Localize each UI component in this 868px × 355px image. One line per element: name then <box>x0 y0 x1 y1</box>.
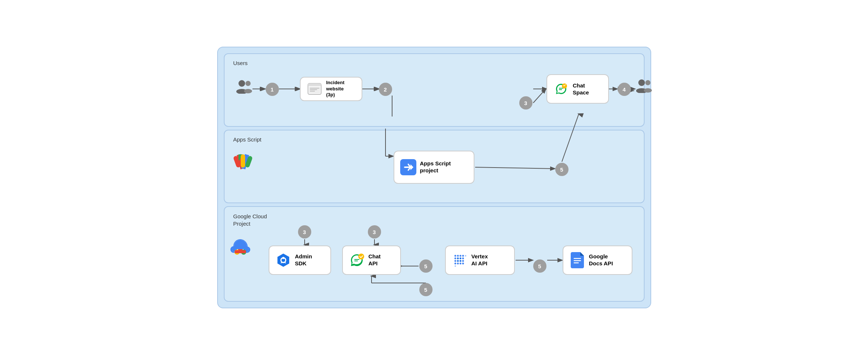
svg-rect-16 <box>310 91 315 92</box>
svg-point-21 <box>645 80 650 85</box>
svg-point-67 <box>455 265 456 267</box>
apps-script-row: Apps Script <box>224 130 645 203</box>
google-docs-api-icon <box>569 252 585 268</box>
svg-point-60 <box>457 260 459 262</box>
svg-point-52 <box>459 255 461 257</box>
gcloud-logo <box>229 236 252 257</box>
svg-point-44 <box>282 257 284 259</box>
svg-rect-41 <box>235 250 246 253</box>
svg-point-54 <box>465 255 466 257</box>
step-1: 1 <box>266 83 279 96</box>
step-3-mid: 3 <box>368 225 381 239</box>
apps-script-project-box: Apps Scriptproject <box>394 151 474 184</box>
svg-rect-14 <box>310 88 319 89</box>
apps-script-logo <box>232 151 254 174</box>
step-5-mid: 5 <box>419 259 433 273</box>
step-5-row2: 5 <box>555 163 568 176</box>
svg-point-57 <box>459 258 461 259</box>
svg-point-19 <box>638 79 645 86</box>
gcloud-row: Google CloudProject 3 <box>224 206 645 302</box>
svg-point-0 <box>238 80 245 87</box>
chat-space-label: ChatSpace <box>573 82 589 96</box>
svg-point-50 <box>454 255 456 257</box>
svg-point-61 <box>459 260 461 262</box>
admin-sdk-icon <box>275 252 291 268</box>
chat-space-icon <box>553 81 569 97</box>
diagram-container: Users 1 <box>217 47 651 308</box>
svg-rect-70 <box>574 262 579 263</box>
apps-script-row-label: Apps Script <box>233 136 635 143</box>
svg-point-51 <box>457 255 459 257</box>
browser-icon <box>306 81 323 97</box>
step-3-left: 3 <box>298 225 311 239</box>
svg-point-55 <box>454 258 456 259</box>
step-3-row1: 3 <box>519 96 532 110</box>
svg-point-53 <box>462 255 464 257</box>
svg-rect-49 <box>452 253 467 268</box>
svg-point-56 <box>457 258 459 259</box>
incident-website-box: Incidentwebsite(3p) <box>300 77 362 101</box>
chat-api-icon <box>349 252 365 268</box>
svg-point-3 <box>244 89 252 93</box>
gcloud-row-label: Google CloudProject <box>233 213 635 227</box>
svg-line-26 <box>533 89 546 103</box>
svg-rect-31 <box>241 154 245 168</box>
incident-website-label: Incidentwebsite(3p) <box>326 80 345 98</box>
svg-point-59 <box>454 260 456 262</box>
admin-sdk-box: AdminSDK <box>269 245 331 275</box>
step-2: 2 <box>379 83 392 96</box>
svg-line-37 <box>475 167 555 169</box>
google-docs-api-box: GoogleDocs API <box>563 245 632 275</box>
svg-point-22 <box>644 88 652 93</box>
svg-rect-69 <box>574 260 581 261</box>
svg-point-66 <box>462 263 464 265</box>
step-4: 4 <box>618 83 631 96</box>
apps-script-project-label: Apps Scriptproject <box>420 160 451 174</box>
svg-point-2 <box>245 81 251 86</box>
svg-rect-15 <box>310 89 317 90</box>
users-row: Users 1 <box>224 53 645 127</box>
chat-api-box: ChatAPI <box>342 245 401 275</box>
svg-point-65 <box>459 263 461 265</box>
vertex-ai-box: VertexAI API <box>445 245 515 275</box>
svg-point-63 <box>454 263 456 265</box>
user-icon-left <box>236 80 252 97</box>
svg-point-48 <box>358 254 364 259</box>
user-icon-right <box>635 79 652 94</box>
svg-point-58 <box>462 258 464 259</box>
users-row-label: Users <box>233 60 635 66</box>
svg-rect-47 <box>354 261 358 261</box>
svg-point-62 <box>462 260 464 262</box>
vertex-ai-icon <box>452 252 468 268</box>
chat-space-box: ChatSpace <box>546 74 609 104</box>
chat-api-label: ChatAPI <box>369 253 381 267</box>
apps-script-project-icon <box>400 159 416 175</box>
admin-sdk-label: AdminSDK <box>295 253 312 267</box>
svg-point-64 <box>457 263 459 265</box>
step-5-bottom: 5 <box>419 283 433 296</box>
svg-rect-46 <box>354 259 359 260</box>
vertex-ai-label: VertexAI API <box>471 253 488 267</box>
google-docs-api-label: GoogleDocs API <box>589 253 613 267</box>
svg-rect-68 <box>574 258 581 259</box>
step-5-right: 5 <box>533 259 546 273</box>
svg-rect-12 <box>308 83 321 86</box>
